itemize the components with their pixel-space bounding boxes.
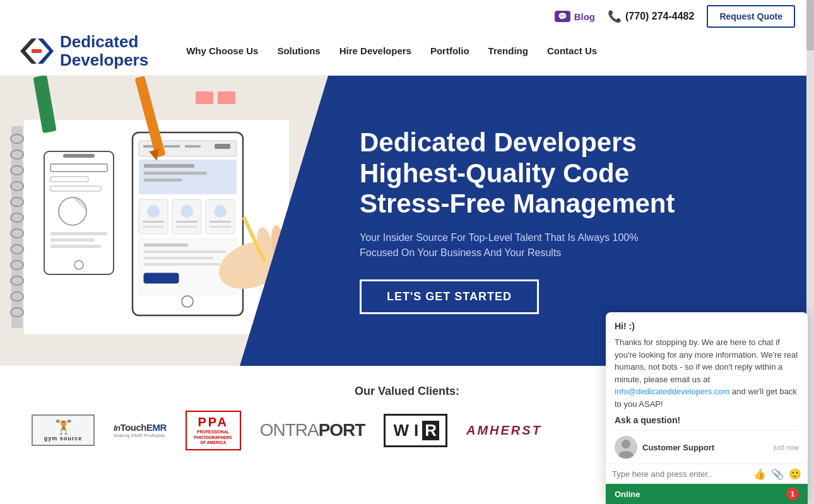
nav-solutions[interactable]: Solutions	[277, 45, 320, 56]
svg-point-41	[147, 205, 160, 218]
logo-area[interactable]: Dedicated Developers	[19, 33, 148, 69]
svg-rect-33	[215, 144, 230, 149]
hero-title-line1: Dedicated Developers	[360, 127, 637, 157]
chat-widget: Hi! :) Thanks for stopping by. We are he…	[606, 312, 808, 463]
nav-why-choose-us[interactable]: Why Choose Us	[186, 45, 258, 56]
svg-point-42	[180, 205, 193, 218]
svg-rect-36	[144, 172, 207, 175]
scrollbar-thumb[interactable]	[806, 0, 814, 50]
main-nav: Why Choose Us Solutions Hire Developers …	[186, 45, 597, 56]
svg-rect-37	[144, 179, 182, 182]
svg-point-70	[622, 440, 630, 448]
nav-trending[interactable]: Trending	[488, 45, 528, 56]
chat-agent-name: Customer Support	[642, 443, 714, 452]
nav-hire-developers[interactable]: Hire Developers	[339, 45, 411, 56]
chat-time: just now	[774, 443, 799, 451]
svg-rect-35	[144, 164, 194, 168]
request-quote-button[interactable]: Request Quote	[707, 5, 795, 28]
svg-rect-48	[176, 226, 198, 228]
client-logo-ppa[interactable]: PPA PROFESSIONALPHOTOGRAPHERSOF AMERICA	[186, 411, 241, 450]
svg-rect-32	[185, 145, 201, 148]
svg-point-43	[214, 205, 227, 218]
blog-link[interactable]: 💬 Blog	[555, 11, 595, 22]
svg-rect-51	[144, 243, 188, 247]
svg-rect-24	[50, 232, 107, 235]
logo-text: Dedicated Developers	[60, 33, 148, 69]
svg-rect-31	[164, 145, 180, 148]
svg-rect-68	[218, 91, 235, 104]
hero-title-line2: Highest-Quality Code	[360, 158, 629, 188]
svg-rect-4	[11, 126, 23, 328]
svg-rect-49	[209, 226, 231, 228]
svg-rect-19	[63, 154, 95, 158]
svg-rect-52	[144, 250, 226, 253]
chat-question-prompt: Ask a question!	[615, 415, 799, 425]
chat-email-link[interactable]: info@dedicateddevelopers.com	[615, 387, 729, 396]
svg-rect-44	[143, 221, 164, 223]
client-logo-ontraport[interactable]: ONTRAPORT	[260, 420, 365, 440]
blog-icon: 💬	[555, 11, 570, 22]
chat-body: Hi! :) Thanks for stopping by. We are he…	[606, 312, 808, 463]
chat-message: Thanks for stopping by. We are here to c…	[615, 336, 799, 410]
phone-text: (770) 274-4482	[625, 11, 694, 22]
hero-title-line3: Stress-Free Management	[360, 189, 675, 218]
main-header: Dedicated Developers Why Choose Us Solut…	[0, 33, 814, 76]
phone-icon: 📞	[608, 9, 622, 23]
hero-cta-button[interactable]: LET'S GET STARTED	[360, 279, 539, 314]
client-logo-gymsource[interactable]: 🏋 gym source	[32, 414, 95, 446]
svg-rect-67	[196, 91, 213, 104]
nav-contact-us[interactable]: Contact Us	[547, 45, 597, 56]
blog-label: Blog	[574, 11, 595, 22]
logo-text-line1: Dedicated	[60, 33, 148, 51]
hero-image	[0, 76, 328, 366]
logo-icon	[19, 35, 54, 67]
svg-rect-47	[143, 226, 164, 228]
client-logo-wir[interactable]: W I R	[384, 414, 447, 447]
chat-agent-row: Customer Support just now	[615, 430, 799, 463]
hero-subtitle: Your Insider Source For Top-Level Talent…	[360, 230, 675, 261]
chat-greeting: Hi! :)	[615, 321, 799, 331]
svg-rect-2	[32, 49, 42, 53]
chat-agent-info: Customer Support	[615, 436, 714, 459]
svg-rect-25	[50, 238, 95, 242]
svg-rect-54	[144, 263, 220, 266]
client-logo-intouchemr[interactable]: InTouchEMR Making EMR Profitable	[114, 422, 167, 438]
client-logo-amherst[interactable]: AMHERST	[466, 423, 542, 438]
svg-rect-53	[144, 257, 213, 259]
top-bar: 💬 Blog 📞 (770) 274-4482 Request Quote	[0, 0, 814, 33]
svg-rect-55	[144, 273, 179, 283]
nav-portfolio[interactable]: Portfolio	[430, 45, 469, 56]
logo-text-line2: Developers	[60, 51, 148, 69]
phone-number: 📞 (770) 274-4482	[608, 9, 694, 23]
svg-rect-26	[50, 245, 101, 248]
hero-title: Dedicated Developers Highest-Quality Cod…	[360, 127, 782, 219]
svg-rect-46	[209, 221, 231, 223]
svg-rect-45	[176, 221, 198, 223]
hero-diagonal-overlay	[240, 76, 328, 366]
chat-message-text: Thanks for stopping by. We are here to c…	[615, 337, 798, 384]
chat-avatar	[615, 436, 637, 459]
